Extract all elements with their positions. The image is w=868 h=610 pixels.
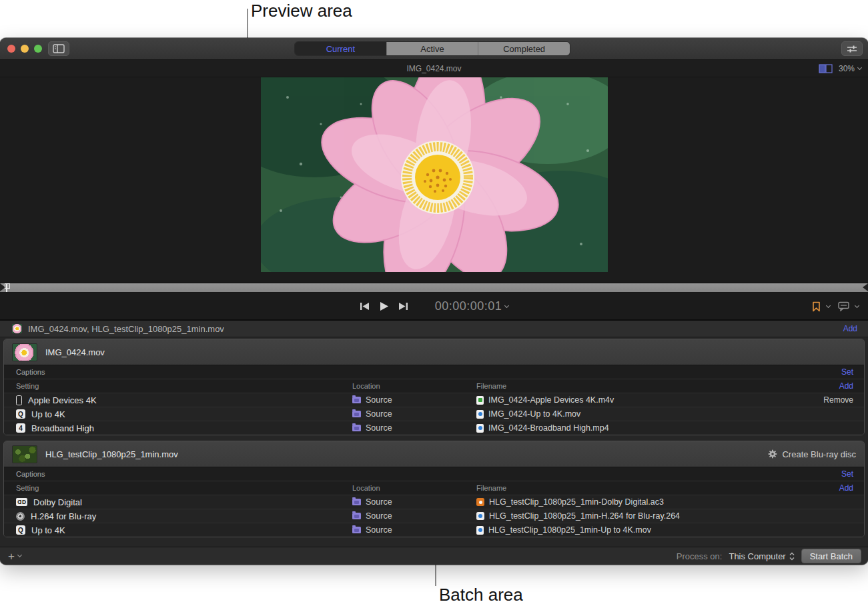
mp4-file-icon <box>476 424 484 433</box>
chevron-down-icon <box>504 303 509 307</box>
job-card-hlg-testclip: HLG_testClip_1080p25_1min.mov <box>3 441 865 537</box>
inspector-button[interactable] <box>841 41 863 56</box>
job-header[interactable]: IMG_0424.mov <box>4 339 864 365</box>
columns-header-row: Setting Location Filename Add <box>4 379 864 393</box>
output-location: Source <box>366 511 392 521</box>
compare-view-icon[interactable] <box>819 64 833 73</box>
timecode-value: 00:00:00:01 <box>435 299 502 313</box>
output-row[interactable]: DD Dolby Digital Source HLG_testClip_108… <box>4 495 864 509</box>
timeline-scrubber[interactable] <box>0 282 868 293</box>
captions-row[interactable]: Captions Set <box>4 467 864 481</box>
apple-device-icon <box>16 395 22 405</box>
captions-set-link[interactable]: Set <box>841 367 853 377</box>
output-setting: Apple Devices 4K <box>28 395 97 405</box>
playhead[interactable] <box>6 283 7 292</box>
output-location: Source <box>366 409 392 419</box>
output-setting: Broadband High <box>31 423 94 433</box>
col-setting-label: Setting <box>16 382 39 390</box>
job-name: HLG_testClip_1080p25_1min.mov <box>45 449 178 459</box>
start-batch-button[interactable]: Start Batch <box>801 549 861 563</box>
chevron-down-icon <box>855 303 859 307</box>
preview-video-frame[interactable] <box>261 77 608 272</box>
zoom-button[interactable] <box>34 45 42 53</box>
mov-file-icon <box>476 526 484 535</box>
transport-controls: 00:00:00:01 <box>0 293 868 320</box>
add-job-menu[interactable]: + <box>8 551 21 562</box>
captions-display-menu[interactable] <box>838 301 859 311</box>
batch-callout-line <box>435 565 436 586</box>
process-on-label: Process on: <box>677 551 723 561</box>
col-location-label: Location <box>352 484 380 492</box>
zoom-level-popup[interactable]: 30% <box>839 64 861 73</box>
tab-completed[interactable]: Completed <box>478 42 570 55</box>
sliders-icon <box>847 45 857 53</box>
timecode-display[interactable]: 00:00:00:01 <box>435 299 509 313</box>
output-row[interactable]: Apple Devices 4K Source IMG_0424-Apple D… <box>4 393 864 407</box>
h264-file-icon <box>476 512 484 520</box>
captions-set-link[interactable]: Set <box>841 469 853 479</box>
minimize-button[interactable] <box>21 45 29 53</box>
marker-menu[interactable] <box>812 301 830 312</box>
output-filename: IMG_0424-Up to 4K.mov <box>488 409 580 419</box>
mp4-setting-icon: 4 <box>16 423 25 433</box>
output-location: Source <box>366 423 392 433</box>
output-filename: IMG_0424-Apple Devices 4K.m4v <box>488 395 614 405</box>
play-button[interactable] <box>379 301 389 311</box>
zoom-level-value: 30% <box>839 64 855 73</box>
job-card-img-0424: IMG_0424.mov Captions Set Setting Locati… <box>3 339 865 435</box>
caption-bubble-icon <box>838 301 849 311</box>
job-thumbnail <box>12 343 37 361</box>
output-remove-link[interactable]: Remove <box>823 395 853 405</box>
tab-active[interactable]: Active <box>387 42 479 55</box>
plus-icon: + <box>8 551 15 562</box>
captions-row[interactable]: Captions Set <box>4 365 864 379</box>
output-filename: HLG_testClip_1080p25_1min-Up to 4K.mov <box>488 525 651 535</box>
output-row[interactable]: H.264 for Blu-ray Source HLG_testClip_10… <box>4 509 864 523</box>
output-row[interactable]: Q Up to 4K Source IMG_0424-Up to 4K.mov <box>4 407 864 421</box>
job-thumbnail <box>12 445 37 463</box>
output-setting: H.264 for Blu-ray <box>31 511 96 521</box>
output-row[interactable]: 4 Broadband High Source IMG_0424-Broadba… <box>4 421 864 435</box>
col-filename-label: Filename <box>476 382 506 390</box>
output-row[interactable]: Q Up to 4K Source HLG_testClip_1080p25_1… <box>4 523 864 537</box>
output-location: Source <box>366 497 392 507</box>
quicktime-setting-icon: Q <box>16 409 25 419</box>
output-add-link[interactable]: Add <box>839 483 853 493</box>
source-folder-icon <box>352 397 361 403</box>
tab-current[interactable]: Current <box>295 42 387 55</box>
source-folder-icon <box>352 499 361 505</box>
source-folder-icon <box>352 527 361 533</box>
col-location-label: Location <box>352 382 380 390</box>
output-setting: Up to 4K <box>31 409 65 419</box>
job-header[interactable]: HLG_testClip_1080p25_1min.mov <box>4 441 864 467</box>
output-add-link[interactable]: Add <box>839 381 853 391</box>
batch-area: IMG_0424.mov Captions Set Setting Locati… <box>0 337 868 547</box>
batch-selection-header[interactable]: IMG_0424.mov, HLG_testClip_1080p25_1min.… <box>0 320 868 337</box>
output-filename: HLG_testClip_1080p25_1min-H.264 for Blu-… <box>489 511 680 521</box>
close-button[interactable] <box>7 45 15 53</box>
preview-title-bar: IMG_0424.mov 30% <box>0 60 868 77</box>
captions-label: Captions <box>16 470 45 478</box>
batch-add-link[interactable]: Add <box>843 324 857 333</box>
timeline-bar[interactable] <box>0 283 868 292</box>
output-filename: IMG_0424-Broadband High.mp4 <box>488 423 609 433</box>
process-on-value: This Computer <box>729 551 785 561</box>
output-filename: HLG_testClip_1080p25_1min-Dolby Digital.… <box>489 497 664 507</box>
compressor-window: Current Active Completed IMG_0424.mov <box>0 38 868 565</box>
go-to-end-button[interactable] <box>398 302 408 311</box>
go-to-start-button[interactable] <box>360 302 370 311</box>
output-setting: Dolby Digital <box>33 497 82 507</box>
source-folder-icon <box>352 425 361 431</box>
batch-selection-title: IMG_0424.mov, HLG_testClip_1080p25_1min.… <box>28 324 224 334</box>
mov-file-icon <box>476 410 484 419</box>
out-point-marker[interactable] <box>863 283 868 291</box>
process-on-popup[interactable]: This Computer <box>729 551 794 561</box>
updown-chevrons-icon <box>789 552 795 561</box>
job-action-menu[interactable]: Create Blu-ray disc <box>768 449 856 459</box>
gear-icon <box>768 449 777 459</box>
chevron-down-icon <box>857 65 862 69</box>
chevron-down-icon <box>17 553 22 557</box>
job-name: IMG_0424.mov <box>45 347 105 357</box>
toggle-sidebar-button[interactable] <box>48 41 69 56</box>
source-folder-icon <box>352 513 361 519</box>
